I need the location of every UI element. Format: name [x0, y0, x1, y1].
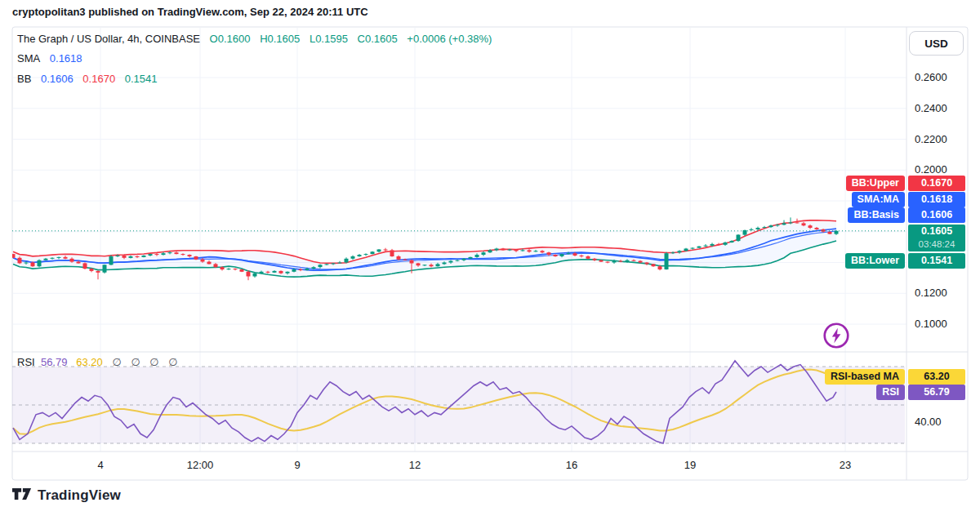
tradingview-glyph-icon: [12, 488, 32, 504]
rsi-legend-label: RSI: [17, 356, 35, 368]
price-axis-label: 0.2000: [915, 163, 947, 176]
price-axis-label: 0.2400: [915, 102, 947, 114]
bb-basis-tag-value[interactable]: 0.1606: [908, 207, 965, 223]
rsi-legend-value: 56.79: [41, 356, 68, 368]
bb-upper-tag-value[interactable]: 0.1670: [908, 176, 965, 191]
last-price-value: 0.1605: [908, 225, 965, 238]
sma-value: 0.1618: [50, 52, 82, 64]
symbol-title: The Graph / US Dollar, 4h, COINBASE: [17, 33, 200, 45]
sma-label: SMA: [17, 52, 40, 64]
time-axis-label: 19: [684, 459, 696, 471]
lightning-icon: [822, 340, 851, 353]
ohlc-low: 0.1595: [315, 33, 348, 45]
ohlc-high: 0.1605: [268, 33, 301, 45]
legend-bb-row[interactable]: BB 0.1606 0.1670 0.1541: [17, 73, 158, 85]
rsi-legend-row[interactable]: RSI 56.79 63.20 ∅ ∅ ∅ ∅: [17, 356, 181, 368]
bb-upper-value: 0.1670: [82, 73, 115, 85]
rsi-axis-label-40: 40.00: [915, 416, 942, 428]
last-price-tag[interactable]: 0.1605 03:48:24: [908, 225, 965, 251]
legend-sma-row[interactable]: SMA 0.1618: [17, 52, 82, 64]
ohlc-change: +0.0006 (+0.38%): [407, 33, 492, 45]
ohlc-high-label: H: [260, 33, 267, 45]
time-axis-label: 12: [409, 459, 421, 471]
bb-upper-tag-name: BB:Upper: [846, 176, 905, 191]
bb-basis-value: 0.1606: [41, 73, 74, 85]
rsi-tag-value[interactable]: 56.79: [908, 385, 965, 400]
time-axis-label: 16: [566, 459, 577, 471]
rsi-ma-legend-value: 63.20: [76, 356, 103, 368]
price-axis-label: 0.1200: [915, 287, 947, 299]
ohlc-open: 0.1600: [218, 33, 251, 45]
rsi-ma-tag-name: RSI-based MA: [825, 369, 905, 385]
ohlc-close: 0.1605: [365, 33, 398, 45]
price-axis-label: 0.2200: [915, 133, 947, 145]
ohlc-open-label: O: [210, 33, 218, 45]
rsi-ma-tag-value[interactable]: 63.20: [908, 369, 965, 385]
bb-lower-tag-value[interactable]: 0.1541: [908, 253, 965, 269]
time-axis-label: 23: [840, 459, 851, 471]
time-axis-label: 4: [97, 459, 103, 471]
boost-button[interactable]: [822, 321, 851, 350]
time-axis-label: 9: [294, 459, 300, 471]
tradingview-logo[interactable]: TradingView: [12, 487, 121, 504]
sma-ma-tag-value[interactable]: 0.1618: [908, 192, 965, 207]
price-axis-label: 0.2600: [915, 71, 947, 83]
bb-label: BB: [17, 73, 31, 85]
bb-basis-tag-name: BB:Basis: [848, 207, 905, 223]
bb-lower-tag-name: BB:Lower: [845, 253, 905, 269]
ohlc-close-label: C: [358, 33, 365, 45]
sma-ma-tag-name: SMA:MA: [852, 192, 905, 207]
currency-toggle-button[interactable]: USD: [909, 31, 964, 56]
bar-countdown: 03:48:24: [908, 238, 965, 250]
price-axis-label: 0.1000: [915, 318, 947, 330]
rsi-tag-name: RSI: [876, 385, 905, 400]
tradingview-wordmark: TradingView: [38, 487, 121, 504]
rsi-legend-params: ∅ ∅ ∅ ∅: [112, 356, 180, 368]
time-axis-label: 12:00: [187, 459, 214, 471]
bb-lower-value: 0.1541: [125, 73, 158, 85]
page: cryptopolitan3 published on TradingView.…: [0, 0, 980, 516]
legend-symbol-row[interactable]: The Graph / US Dollar, 4h, COINBASE O0.1…: [17, 33, 492, 45]
